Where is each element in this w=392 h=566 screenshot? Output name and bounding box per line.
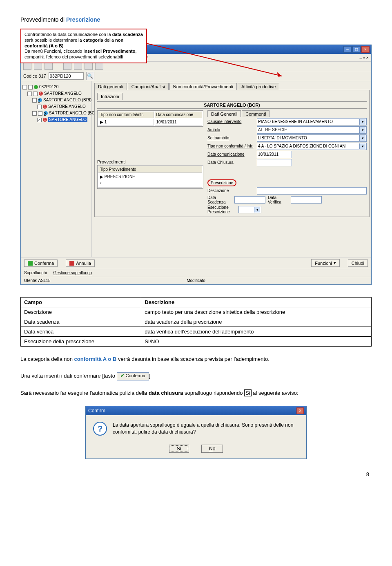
chevron-down-icon[interactable]: ▾ bbox=[359, 119, 365, 125]
page-title: Provvedimento di Prescrizione bbox=[20, 16, 372, 23]
tree-node-selected[interactable]: SARTORE ANGELO bbox=[48, 117, 87, 122]
chevron-down-icon[interactable]: ▾ bbox=[359, 143, 365, 149]
dialog-message: La data apertura sopralluogo è uguale a … bbox=[113, 422, 299, 436]
funzioni-button[interactable]: Funzioni ▾ bbox=[311, 259, 340, 267]
provvedimenti-label: Provvedimenti bbox=[97, 159, 203, 164]
dataverif-label: Data Verifica bbox=[268, 195, 288, 204]
datascad-label: Data Scadenza bbox=[207, 195, 232, 204]
chevron-down-icon: ▾ bbox=[334, 260, 336, 266]
wtab-sopralluoghi[interactable]: Sopralluoghi bbox=[24, 271, 47, 275]
codice-input[interactable] bbox=[49, 72, 84, 80]
nonconf-table: Tipo non conformità/infr.Data comunicazi… bbox=[97, 110, 203, 127]
tab2-dati-generali[interactable]: Dati Generali bbox=[207, 110, 241, 117]
question-icon: ? bbox=[93, 422, 107, 436]
codice-label: Codice 317 bbox=[23, 74, 46, 78]
toolbar-btn-3[interactable] bbox=[45, 63, 53, 70]
datachiusura-label: Data Chiusura bbox=[207, 160, 254, 165]
window-tabs: Sopralluoghi Gestione sopralluogo bbox=[21, 269, 371, 277]
tipo-label: Tipo non conformità / infr. bbox=[207, 144, 254, 148]
heading-prefix: Provvedimento di bbox=[20, 16, 66, 23]
dialog-no-button[interactable]: No bbox=[201, 445, 223, 453]
tree-node[interactable]: SARTORE ANGELO bbox=[48, 104, 86, 109]
legend-table: CampoDescrizione Descrizionecampo testo … bbox=[20, 297, 372, 347]
toolbar-btn-2[interactable] bbox=[34, 63, 42, 70]
conferma-inline-button: ✔Conferma bbox=[117, 372, 149, 380]
toolbar-btn-6[interactable] bbox=[85, 63, 93, 70]
paragraph-3: Sarà necessario far eseguire l'automatic… bbox=[20, 389, 372, 397]
datacom-field[interactable]: 10/01/2011 bbox=[257, 151, 292, 158]
chevron-down-icon[interactable]: ▾ bbox=[254, 207, 260, 213]
sottoambito-label: Sottoambito bbox=[207, 136, 254, 140]
table-row[interactable]: ▶ 110/01/2011 bbox=[98, 119, 202, 125]
esecuzione-field[interactable]: ▾ bbox=[238, 206, 261, 213]
footer-actions: Conferma Annulla Funzioni ▾ Chiudi bbox=[21, 257, 371, 269]
dialog-title: Confirm bbox=[88, 408, 105, 414]
tab-dati-generali[interactable]: Dati generali bbox=[94, 83, 127, 90]
toolbar-btn-4[interactable] bbox=[63, 63, 71, 70]
toolbar-btn-1[interactable] bbox=[23, 63, 31, 70]
causale-field[interactable]: PIANO BENESSERE IN ALLEVAMENTO▾ bbox=[257, 118, 367, 125]
dialog-titlebar: Confirm × bbox=[86, 406, 306, 415]
status-modificato: Modificato bbox=[187, 278, 205, 283]
status-utente: Utente: ASL15 bbox=[24, 278, 51, 283]
tree-node[interactable]: SARTORE ANGELO (BRI) bbox=[43, 98, 91, 102]
descrizione-field[interactable] bbox=[257, 187, 367, 195]
chiudi-button[interactable]: Chiudi bbox=[348, 260, 368, 267]
tipo-field[interactable]: 4 A · LO SPAZIO A DISPOSIZIONE DI OGNI A… bbox=[257, 143, 367, 150]
chevron-down-icon[interactable]: ▾ bbox=[359, 135, 365, 141]
heading-term: Prescrizione bbox=[66, 16, 100, 23]
toolbar-btn-7[interactable] bbox=[95, 63, 103, 70]
esecuzione-label: Esecuzione Prescrizione bbox=[207, 205, 236, 214]
search-icon[interactable]: 🔍 bbox=[86, 72, 94, 80]
causale-label: Causale intervento bbox=[207, 119, 254, 124]
ambito-field[interactable]: ALTRE SPECIE▾ bbox=[257, 126, 367, 134]
dialog-close-icon[interactable]: × bbox=[296, 407, 304, 414]
svg-marker-1 bbox=[277, 72, 282, 77]
callout-box: Confrontando la data comunicazione con l… bbox=[20, 29, 147, 63]
callout-arrow bbox=[143, 31, 290, 84]
prescrizione-highlight: Prescrizione bbox=[207, 179, 236, 186]
tree-root[interactable]: 032PD120 bbox=[39, 85, 58, 89]
subtab-infrazioni[interactable]: Infrazioni bbox=[97, 93, 123, 100]
dialog-yes-button[interactable]: Sì bbox=[169, 445, 189, 453]
statusbar: Utente: ASL15 Modificato bbox=[21, 277, 371, 284]
tree-panel: 032PD120 1SARTORE ANGELO 2SARTORE ANGELO… bbox=[21, 81, 92, 257]
provvedimenti-table: Tipo Provvedimento ▶ PRESCRIZIONE * bbox=[97, 165, 203, 189]
sottoambito-field[interactable]: LIBERTA' DI MOVIMENTO▾ bbox=[257, 134, 367, 142]
ambito-label: Ambito bbox=[207, 128, 254, 132]
cancel-icon bbox=[69, 261, 74, 266]
tab2-commenti[interactable]: Commenti bbox=[242, 110, 270, 117]
paragraph-1: La categoria della non conformità A o B … bbox=[20, 356, 372, 363]
wtab-gestione[interactable]: Gestione sopralluogo bbox=[53, 271, 92, 275]
toolbar-btn-5[interactable] bbox=[74, 63, 82, 70]
close-button[interactable]: × bbox=[361, 46, 370, 53]
company-header: SARTORE ANGELO (BCR) bbox=[97, 101, 367, 109]
datacom-label: Data comunicazione bbox=[207, 152, 254, 157]
confirm-dialog: Confirm × ? La data apertura sopralluogo… bbox=[85, 406, 307, 459]
datascad-field[interactable] bbox=[234, 196, 265, 204]
mdi-close-icon[interactable]: – ▫ × bbox=[359, 55, 369, 60]
table-row-new[interactable]: * bbox=[98, 181, 202, 188]
page-number: 8 bbox=[20, 459, 372, 477]
check-icon bbox=[28, 261, 33, 266]
dataverif-field[interactable] bbox=[291, 196, 322, 204]
tree-node[interactable]: SARTORE ANGELO bbox=[44, 91, 82, 96]
annulla-button[interactable]: Annulla bbox=[66, 260, 95, 267]
descrizione-label: Descrizione bbox=[207, 188, 254, 193]
paragraph-2: Una volta inseriti i dati confermare [ta… bbox=[20, 372, 372, 380]
chevron-down-icon[interactable]: ▾ bbox=[359, 127, 365, 133]
conferma-button[interactable]: Conferma bbox=[24, 260, 58, 267]
svg-line-0 bbox=[143, 43, 282, 76]
minimize-button[interactable]: – bbox=[343, 46, 352, 53]
datachiusura-field[interactable] bbox=[257, 159, 292, 166]
maximize-button[interactable]: □ bbox=[352, 46, 361, 53]
table-row[interactable]: ▶ PRESCRIZIONE bbox=[98, 174, 202, 180]
